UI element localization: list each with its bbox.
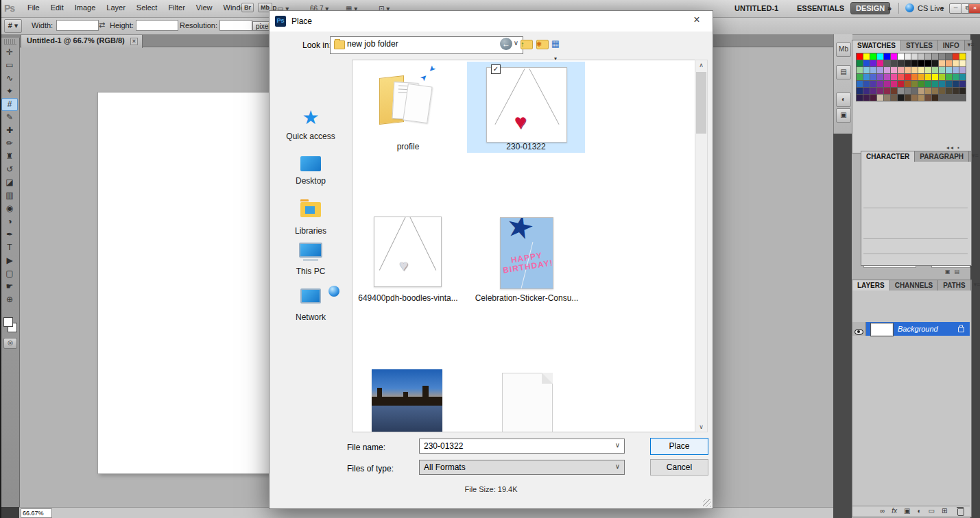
marquee-tool-icon[interactable]: ▭ <box>1 59 18 72</box>
color-swatch[interactable] <box>877 95 883 101</box>
color-swatch[interactable] <box>959 74 966 80</box>
color-swatch[interactable] <box>925 53 931 60</box>
color-swatch[interactable] <box>932 81 938 87</box>
file-item-folder[interactable]: ➤➤ <box>375 67 437 136</box>
eraser-tool-icon[interactable]: ◪ <box>1 176 18 189</box>
dodge-tool-icon[interactable]: ◑ <box>1 215 18 228</box>
color-swatch[interactable] <box>932 60 938 66</box>
color-swatch[interactable] <box>939 74 945 80</box>
lasso-tool-icon[interactable]: ∿ <box>1 72 18 85</box>
file-item-ruby-necklace[interactable]: ♥ <box>486 67 567 143</box>
visibility-cell[interactable] <box>852 322 866 336</box>
tab-layers[interactable]: LAYERS <box>852 280 890 291</box>
scroll-up-icon[interactable]: ∧ <box>695 62 707 69</box>
hand-tool-icon[interactable]: ☛ <box>1 280 18 293</box>
resize-grip[interactable] <box>703 499 711 507</box>
tab-info[interactable]: INFO <box>938 40 965 51</box>
color-swatch[interactable] <box>863 60 870 66</box>
color-swatch[interactable] <box>884 81 890 87</box>
width-input[interactable] <box>56 20 99 31</box>
file-item-blank-document[interactable] <box>502 373 553 432</box>
color-swatch[interactable] <box>918 88 924 94</box>
color-swatch[interactable] <box>870 74 876 80</box>
color-swatch[interactable] <box>877 53 883 60</box>
zoom-tool-icon[interactable]: ⊕ <box>1 293 18 306</box>
delete-layer-icon[interactable] <box>957 508 964 516</box>
layer-mask-icon[interactable]: ▣ <box>904 507 910 515</box>
dialog-close-icon[interactable]: × <box>686 14 707 26</box>
adjustment-layer-icon[interactable]: ◐ <box>917 507 921 515</box>
layer-thumbnail[interactable] <box>871 323 893 336</box>
crop-tool-options-icon[interactable]: # ▾ <box>4 19 22 33</box>
color-swatch[interactable] <box>863 53 870 60</box>
color-swatch[interactable] <box>911 88 918 94</box>
eyedropper-tool-icon[interactable]: ✎ <box>1 111 18 124</box>
resolution-input[interactable] <box>219 20 252 31</box>
workspace-essentials[interactable]: ESSENTIALS <box>797 4 844 12</box>
close-button[interactable]: × <box>968 3 980 14</box>
history-icon[interactable]: ▤ <box>836 65 851 79</box>
link-layers-icon[interactable]: ∞ <box>880 507 885 515</box>
healing-brush-tool-icon[interactable]: ✚ <box>1 124 18 137</box>
color-swatch[interactable] <box>925 95 931 101</box>
color-swatch[interactable] <box>959 53 966 60</box>
bridge-button[interactable]: Br <box>241 3 254 12</box>
sidebar-item-network[interactable]: Network <box>272 284 349 322</box>
color-swatch[interactable] <box>946 74 952 80</box>
color-swatch[interactable] <box>946 67 952 73</box>
color-swatch[interactable] <box>905 88 911 94</box>
color-swatch[interactable] <box>953 67 959 73</box>
files-of-type-dropdown[interactable]: All Formats ∨ <box>419 460 625 475</box>
layer-row-background[interactable]: Background <box>852 322 970 336</box>
brush-tool-icon[interactable]: ✏ <box>1 137 18 150</box>
color-swatch[interactable] <box>932 74 938 80</box>
foreground-color-chip[interactable] <box>3 317 13 327</box>
color-swatch[interactable] <box>932 95 938 101</box>
layer-style-icon[interactable]: fx <box>892 507 897 515</box>
color-swatch[interactable] <box>891 95 897 101</box>
tab-styles[interactable]: STYLES <box>901 40 938 51</box>
color-swatch[interactable] <box>870 88 876 94</box>
color-swatch[interactable] <box>884 60 890 66</box>
swap-dimensions-icon[interactable]: ⇄ <box>99 21 105 29</box>
color-swatch[interactable] <box>946 81 952 87</box>
color-swatch[interactable] <box>918 81 924 87</box>
color-swatch[interactable] <box>911 95 918 101</box>
color-swatch[interactable] <box>857 81 863 87</box>
file-list-scrollbar[interactable]: ∧ ∨ <box>695 60 708 432</box>
color-swatch[interactable] <box>911 81 918 87</box>
scroll-down-icon[interactable]: ∨ <box>695 423 707 430</box>
new-folder-icon[interactable]: ✱ <box>533 38 545 50</box>
workspace-design[interactable]: DESIGN <box>850 2 890 14</box>
sidebar-item-quick-access[interactable]: ★Quick access <box>272 108 349 141</box>
color-swatch[interactable] <box>953 53 959 60</box>
color-swatch[interactable] <box>953 74 959 80</box>
menu-layer[interactable]: Layer <box>101 0 131 15</box>
up-one-level-icon[interactable]: ↑ <box>516 38 529 50</box>
color-swatch[interactable] <box>932 53 938 60</box>
color-swatch[interactable] <box>884 74 890 80</box>
crop-tool-icon[interactable]: # <box>1 98 18 111</box>
quick-mask-button[interactable]: ◎ <box>3 338 17 349</box>
mini-bridge-icon[interactable]: Mb <box>836 42 851 57</box>
document-tab[interactable]: Untitled-1 @ 66.7% (RGB/8)× <box>21 34 143 48</box>
color-swatch[interactable] <box>898 60 904 66</box>
color-swatch[interactable] <box>870 95 876 101</box>
color-swatch[interactable] <box>870 60 876 66</box>
blur-tool-icon[interactable]: ◉ <box>1 202 18 215</box>
color-swatch[interactable] <box>918 74 924 80</box>
masks-icon[interactable]: ▣ <box>836 108 851 123</box>
selected-checkbox[interactable]: ✓ <box>491 64 501 74</box>
menu-filter[interactable]: Filter <box>163 0 190 15</box>
color-swatch[interactable] <box>898 53 904 60</box>
document-tab-close-icon[interactable]: × <box>130 38 138 45</box>
color-swatch[interactable] <box>877 81 883 87</box>
workspace-overflow[interactable]: » <box>887 4 892 12</box>
color-swatch[interactable] <box>857 67 863 73</box>
color-swatch[interactable] <box>939 67 945 73</box>
tab-paths[interactable]: PATHS <box>938 280 970 291</box>
color-swatch[interactable] <box>898 95 904 101</box>
color-swatch[interactable] <box>925 81 931 87</box>
color-swatch[interactable] <box>918 60 924 66</box>
panel-menu-icon[interactable]: ▾≡ <box>969 151 980 162</box>
